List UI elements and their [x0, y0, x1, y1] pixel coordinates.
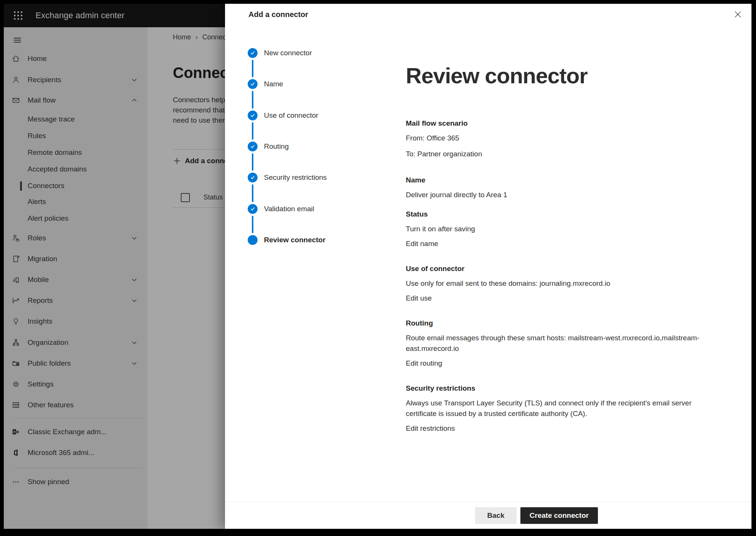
dialog-footer: Back Create connector — [225, 502, 751, 529]
mail-flow-from: From: Office 365 — [406, 133, 706, 143]
review-pane: Review connector Mail flow scenario From… — [380, 25, 751, 502]
edit-restrictions-link[interactable]: Edit restrictions — [406, 424, 455, 433]
dialog-header: Add a connector — [225, 4, 751, 25]
step-new-connector[interactable]: New connector — [225, 46, 380, 60]
screen: Exchange admin center Home Recipients Ma… — [4, 4, 751, 529]
section-security-restrictions: Security restrictions Always use Transpo… — [406, 384, 706, 433]
status-value: Turn it on after saving — [406, 224, 706, 234]
security-value: Always use Transport Layer Security (TLS… — [406, 398, 706, 419]
step-completed-icon — [248, 111, 258, 120]
step-completed-icon — [248, 142, 258, 151]
edit-use-link[interactable]: Edit use — [406, 294, 432, 302]
dialog-title: Add a connector — [248, 4, 308, 25]
edit-routing-link[interactable]: Edit routing — [406, 359, 442, 368]
step-current-icon — [248, 235, 258, 245]
status-title: Status — [406, 210, 706, 218]
step-completed-icon — [248, 204, 258, 214]
step-name[interactable]: Name — [225, 77, 380, 91]
connector-name-value: Deliver journal directly to Area 1 — [406, 190, 706, 200]
step-routing[interactable]: Routing — [225, 140, 380, 153]
add-connector-dialog: Add a connector New connector Name — [225, 4, 751, 529]
edit-name-link[interactable]: Edit name — [406, 240, 438, 248]
section-mail-flow-scenario: Mail flow scenario From: Office 365 To: … — [406, 119, 706, 159]
section-name: Name Deliver journal directly to Area 1 … — [406, 176, 706, 248]
section-title: Routing — [406, 319, 706, 327]
step-completed-icon — [248, 173, 258, 182]
create-connector-button[interactable]: Create connector — [520, 507, 598, 524]
step-security-restrictions[interactable]: Security restrictions — [225, 171, 380, 184]
step-completed-icon — [248, 79, 258, 89]
step-validation-email[interactable]: Validation email — [225, 202, 380, 216]
section-routing: Routing Route email messages through the… — [406, 319, 706, 368]
close-button[interactable] — [733, 9, 743, 20]
step-completed-icon — [248, 48, 258, 58]
section-title: Name — [406, 176, 706, 184]
section-title: Security restrictions — [406, 384, 706, 393]
back-button[interactable]: Back — [475, 507, 517, 524]
section-title: Mail flow scenario — [406, 119, 706, 128]
section-title: Use of connector — [406, 265, 706, 273]
routing-value: Route email messages through these smart… — [406, 333, 706, 354]
step-use-of-connector[interactable]: Use of connector — [225, 109, 380, 122]
wizard-stepper: New connector Name Use of connector Rout… — [225, 25, 380, 502]
mail-flow-to: To: Partner organization — [406, 149, 706, 159]
review-heading: Review connector — [406, 63, 706, 88]
step-review-connector[interactable]: Review connector — [225, 233, 380, 247]
section-use-of-connector: Use of connector Use only for email sent… — [406, 265, 706, 302]
use-value: Use only for email sent to these domains… — [406, 278, 706, 289]
close-icon — [734, 10, 742, 19]
